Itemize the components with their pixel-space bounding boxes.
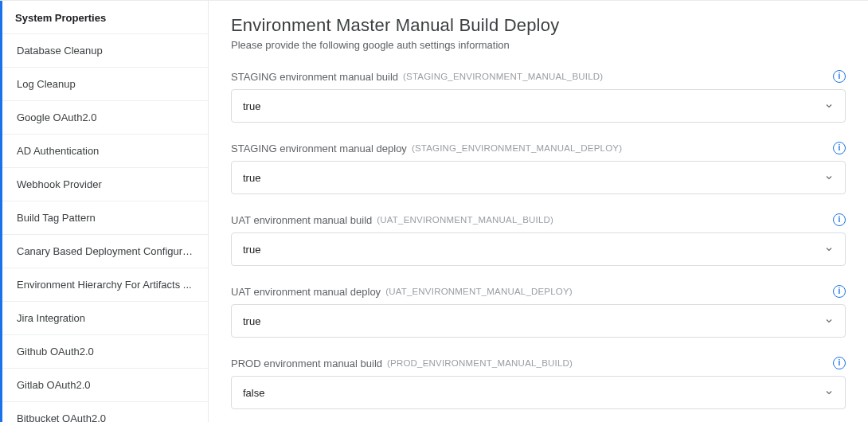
- page-subtitle: Please provide the following google auth…: [231, 39, 846, 51]
- chevron-down-icon: [824, 388, 834, 397]
- sidebar-item-webhook-provider[interactable]: Webhook Provider: [2, 167, 208, 201]
- field-label: UAT environment manual build: [231, 214, 372, 226]
- field-key: (STAGING_ENVIRONMENT_MANUAL_DEPLOY): [412, 143, 622, 153]
- main-panel: Environment Master Manual Build Deploy P…: [209, 1, 868, 422]
- field-label-row: STAGING environment manual build (STAGIN…: [231, 70, 846, 83]
- select-value: true: [243, 100, 260, 112]
- info-icon[interactable]: i: [833, 285, 846, 298]
- chevron-down-icon: [824, 244, 834, 254]
- chevron-down-icon: [824, 316, 834, 326]
- select-value: true: [243, 315, 260, 327]
- sidebar-item-gitlab-oauth[interactable]: Gitlab OAuth2.0: [2, 368, 208, 401]
- select-prod-build[interactable]: false: [231, 376, 846, 409]
- field-key: (UAT_ENVIRONMENT_MANUAL_BUILD): [377, 215, 553, 225]
- sidebar-item-google-oauth[interactable]: Google OAuth2.0: [2, 100, 208, 134]
- field-label: STAGING environment manual deploy: [231, 143, 407, 154]
- select-value: true: [243, 244, 260, 256]
- scrollbar[interactable]: [863, 6, 868, 417]
- field-uat-deploy: UAT environment manual deploy (UAT_ENVIR…: [231, 285, 846, 338]
- sidebar-item-bitbucket-oauth[interactable]: Bitbucket OAuth2.0: [2, 401, 208, 422]
- field-label-row: STAGING environment manual deploy (STAGI…: [231, 142, 846, 154]
- sidebar-header: System Properties: [2, 1, 208, 33]
- select-staging-deploy[interactable]: true: [231, 161, 846, 194]
- field-key: (UAT_ENVIRONMENT_MANUAL_DEPLOY): [385, 287, 573, 296]
- field-uat-build: UAT environment manual build (UAT_ENVIRO…: [231, 213, 846, 266]
- sidebar-item-jira-integration[interactable]: Jira Integration: [2, 301, 208, 334]
- info-icon[interactable]: i: [833, 213, 846, 226]
- field-label-row: UAT environment manual deploy (UAT_ENVIR…: [231, 285, 846, 298]
- sidebar-item-env-hierarchy-artifacts[interactable]: Environment Hierarchy For Artifacts ...: [2, 268, 208, 301]
- field-prod-build: PROD environment manual build (PROD_ENVI…: [231, 357, 846, 409]
- field-key: (STAGING_ENVIRONMENT_MANUAL_BUILD): [403, 72, 603, 81]
- info-icon[interactable]: i: [833, 70, 846, 83]
- sidebar-list: Database Cleanup Log Cleanup Google OAut…: [2, 33, 208, 422]
- chevron-down-icon: [824, 173, 834, 182]
- select-uat-build[interactable]: true: [231, 232, 846, 266]
- field-label-row: UAT environment manual build (UAT_ENVIRO…: [231, 213, 846, 226]
- info-icon[interactable]: i: [833, 357, 846, 369]
- field-label: PROD environment manual build: [231, 358, 382, 369]
- sidebar-item-database-cleanup[interactable]: Database Cleanup: [2, 33, 208, 67]
- page-title: Environment Master Manual Build Deploy: [231, 15, 846, 36]
- sidebar-item-log-cleanup[interactable]: Log Cleanup: [2, 67, 208, 100]
- sidebar-item-github-oauth[interactable]: Github OAuth2.0: [2, 334, 208, 368]
- field-key: (PROD_ENVIRONMENT_MANUAL_BUILD): [387, 358, 573, 368]
- sidebar-item-ad-authentication[interactable]: AD Authentication: [2, 134, 208, 167]
- select-staging-build[interactable]: true: [231, 89, 846, 123]
- sidebar-item-build-tag-pattern[interactable]: Build Tag Pattern: [2, 201, 208, 234]
- field-label-row: PROD environment manual build (PROD_ENVI…: [231, 357, 846, 369]
- field-label: UAT environment manual deploy: [231, 286, 381, 298]
- chevron-down-icon: [824, 101, 834, 111]
- select-value: false: [243, 387, 264, 399]
- field-label: STAGING environment manual build: [231, 71, 398, 83]
- info-icon[interactable]: i: [833, 142, 846, 154]
- field-staging-deploy: STAGING environment manual deploy (STAGI…: [231, 142, 846, 194]
- field-staging-build: STAGING environment manual build (STAGIN…: [231, 70, 846, 123]
- select-uat-deploy[interactable]: true: [231, 304, 846, 338]
- sidebar: System Properties Database Cleanup Log C…: [0, 1, 209, 422]
- select-value: true: [243, 172, 260, 184]
- app-shell: System Properties Database Cleanup Log C…: [0, 0, 868, 422]
- sidebar-item-canary-deploy-config[interactable]: Canary Based Deployment Configura...: [2, 234, 208, 268]
